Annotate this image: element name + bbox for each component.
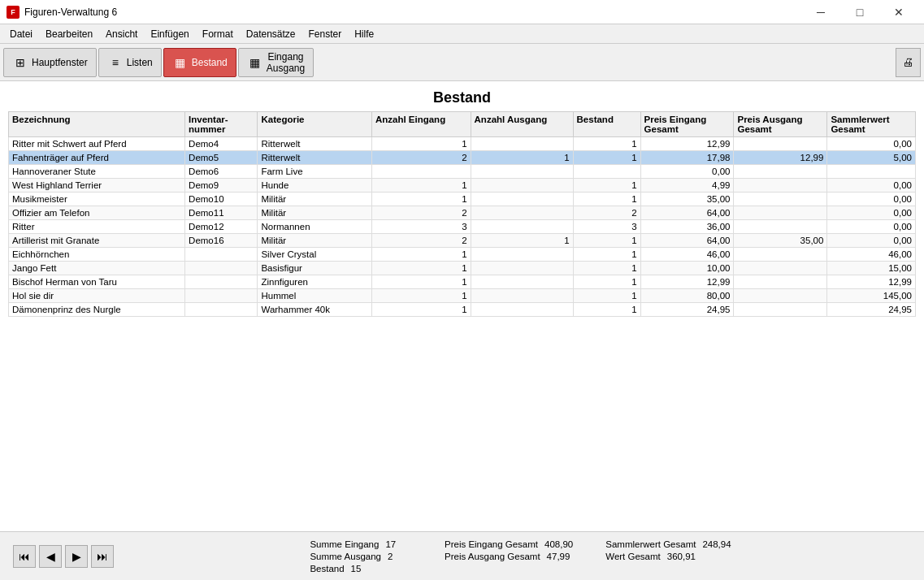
maximize-button[interactable]: □ xyxy=(841,0,878,24)
cell-bezeichnung: Musikmeister xyxy=(9,193,185,206)
table-row[interactable]: Fahnenträger auf PferdDemo5Ritterwelt211… xyxy=(9,151,916,165)
menu-einfuegen[interactable]: Einfügen xyxy=(144,27,195,41)
cell-preis-ausgang: 12,99 xyxy=(734,151,827,165)
table-row[interactable]: Jango FettBasisfigur1110,0015,00 xyxy=(9,262,916,275)
app-icon: F xyxy=(7,6,20,19)
nav-last-button[interactable]: ⏭ xyxy=(91,545,114,568)
cell-preis-eingang: 0,00 xyxy=(640,165,734,179)
toolbar-listen[interactable]: ≡ Listen xyxy=(98,48,162,77)
eingang-ausgang-icon: ▦ xyxy=(247,56,263,69)
cell-inventar: Demo4 xyxy=(185,137,258,151)
cell-anzahl-eingang: 1 xyxy=(371,275,471,289)
summe-eingang-value: 17 xyxy=(385,539,410,549)
cell-bezeichnung: Artillerist mit Granate xyxy=(9,234,185,248)
cell-sammlerwert: 0,00 xyxy=(827,206,916,220)
table-row[interactable]: West Highland TerrierDemo9Hunde114,990,0… xyxy=(9,179,916,193)
stat-group-sammlerwert: Sammlerwert Gesamt 248,94 Wert Gesamt 36… xyxy=(605,539,731,574)
cell-inventar: Demo9 xyxy=(185,179,258,193)
cell-kategorie: Warhammer 40k xyxy=(258,303,371,317)
navigation-controls: ⏮ ◀ ▶ ⏭ xyxy=(13,545,114,568)
print-button[interactable]: 🖨 xyxy=(896,48,921,77)
cell-bestand: 2 xyxy=(573,206,640,220)
table-row[interactable]: Bischof Herman von TaruZinnfiguren1112,9… xyxy=(9,275,916,289)
header-kategorie: Kategorie xyxy=(258,112,371,137)
table-row[interactable]: Offizier am TelefonDemo11Militär2264,000… xyxy=(9,206,916,220)
cell-sammlerwert: 0,00 xyxy=(827,179,916,193)
preis-ausgang-label: Preis Ausgang Gesamt xyxy=(445,552,540,561)
cell-preis-ausgang: 35,00 xyxy=(734,234,827,248)
menu-hilfe[interactable]: Hilfe xyxy=(348,27,380,41)
nav-next-button[interactable]: ▶ xyxy=(65,545,88,568)
toolbar-hauptfenster[interactable]: ⊞ Hauptfenster xyxy=(3,48,97,77)
cell-sammlerwert: 24,95 xyxy=(827,303,916,317)
nav-prev-button[interactable]: ◀ xyxy=(39,545,62,568)
table-row[interactable]: Artillerist mit GranateDemo16Militär2116… xyxy=(9,234,916,248)
cell-preis-ausgang xyxy=(734,165,827,179)
menu-datei[interactable]: Datei xyxy=(3,27,39,41)
cell-anzahl-eingang: 1 xyxy=(371,289,471,303)
toolbar-eingang-ausgang[interactable]: ▦ EingangAusgang xyxy=(238,48,314,77)
cell-anzahl-ausgang xyxy=(471,220,573,234)
cell-bestand: 1 xyxy=(573,179,640,193)
cell-bezeichnung: Hol sie dir xyxy=(9,289,185,303)
print-icon: 🖨 xyxy=(903,56,913,68)
toolbar: ⊞ Hauptfenster ≡ Listen ▦ Bestand ▦ Eing… xyxy=(0,44,924,81)
nav-first-button[interactable]: ⏮ xyxy=(13,545,36,568)
header-anzahl-ausgang: Anzahl Ausgang xyxy=(471,112,573,137)
summe-ausgang-value: 2 xyxy=(388,552,412,561)
cell-anzahl-ausgang xyxy=(471,248,573,262)
cell-anzahl-eingang: 2 xyxy=(371,151,471,165)
cell-kategorie: Ritterwelt xyxy=(258,137,371,151)
menu-fenster[interactable]: Fenster xyxy=(302,27,349,41)
cell-bezeichnung: Bischof Herman von Taru xyxy=(9,275,185,289)
table-row[interactable]: EichhörnchenSilver Crystal1146,0046,00 xyxy=(9,248,916,262)
window-controls: ─ □ ✕ xyxy=(802,0,917,24)
cell-bezeichnung: Ritter mit Schwert auf Pferd xyxy=(9,137,185,151)
menu-ansicht[interactable]: Ansicht xyxy=(99,27,144,41)
cell-preis-eingang: 4,99 xyxy=(640,179,734,193)
cell-preis-eingang: 12,99 xyxy=(640,137,734,151)
menu-bearbeiten[interactable]: Bearbeiten xyxy=(39,27,99,41)
cell-sammlerwert: 12,99 xyxy=(827,275,916,289)
table-row[interactable]: Hol sie dirHummel1180,00145,00 xyxy=(9,289,916,303)
cell-sammlerwert: 0,00 xyxy=(827,234,916,248)
cell-kategorie: Normannen xyxy=(258,220,371,234)
table-row[interactable]: Hannoveraner StuteDemo6Farm Live0,00 xyxy=(9,165,916,179)
cell-preis-ausgang xyxy=(734,248,827,262)
close-button[interactable]: ✕ xyxy=(880,0,917,24)
header-bezeichnung: Bezeichnung xyxy=(9,112,185,137)
cell-anzahl-ausgang xyxy=(471,289,573,303)
cell-bezeichnung: West Highland Terrier xyxy=(9,179,185,193)
cell-bestand: 1 xyxy=(573,151,640,165)
menu-datensaetze[interactable]: Datensätze xyxy=(240,27,302,41)
toolbar-bestand[interactable]: ▦ Bestand xyxy=(163,48,236,77)
cell-anzahl-ausgang: 1 xyxy=(471,151,573,165)
cell-kategorie: Hummel xyxy=(258,289,371,303)
cell-kategorie: Zinnfiguren xyxy=(258,275,371,289)
cell-preis-eingang: 17,98 xyxy=(640,151,734,165)
cell-anzahl-ausgang xyxy=(471,193,573,206)
cell-anzahl-eingang: 1 xyxy=(371,193,471,206)
menu-format[interactable]: Format xyxy=(196,27,240,41)
table-row[interactable]: Dämonenprinz des NurgleWarhammer 40k1124… xyxy=(9,303,916,317)
bestand-footer-value: 15 xyxy=(351,564,375,574)
cell-preis-eingang: 24,95 xyxy=(640,303,734,317)
app-title: Figuren-Verwaltung 6 xyxy=(24,6,117,18)
wert-value: 360,91 xyxy=(667,552,696,561)
preis-eingang-label: Preis Eingang Gesamt xyxy=(445,539,538,549)
minimize-button[interactable]: ─ xyxy=(802,0,839,24)
cell-anzahl-ausgang xyxy=(471,137,573,151)
menu-bar: Datei Bearbeiten Ansicht Einfügen Format… xyxy=(0,24,924,44)
table-row[interactable]: RitterDemo12Normannen3336,000,00 xyxy=(9,220,916,234)
cell-bezeichnung: Hannoveraner Stute xyxy=(9,165,185,179)
header-inventar: Inventar-nummer xyxy=(185,112,258,137)
table-row[interactable]: Ritter mit Schwert auf PferdDemo4Ritterw… xyxy=(9,137,916,151)
cell-anzahl-eingang: 1 xyxy=(371,303,471,317)
cell-sammlerwert: 46,00 xyxy=(827,248,916,262)
cell-bestand: 1 xyxy=(573,248,640,262)
hauptfenster-icon: ⊞ xyxy=(12,56,28,69)
table-row[interactable]: MusikmeisterDemo10Militär1135,000,00 xyxy=(9,193,916,206)
cell-kategorie: Militär xyxy=(258,193,371,206)
cell-inventar: Demo5 xyxy=(185,151,258,165)
cell-anzahl-ausgang xyxy=(471,165,573,179)
